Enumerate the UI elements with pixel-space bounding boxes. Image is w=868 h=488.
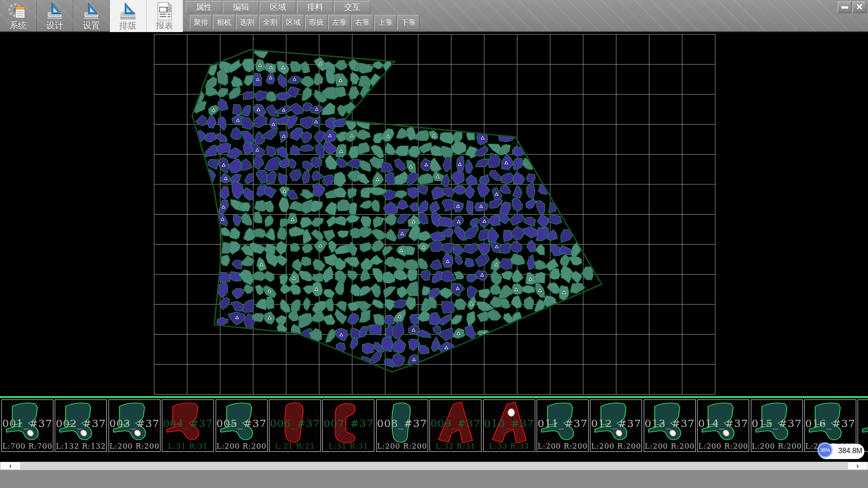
tool-button-4[interactable]: 全割 xyxy=(259,15,281,30)
progress-memory-badge[interactable]: 38% 384.8M xyxy=(818,444,864,459)
tool-button-row: 聚排相机选割全割区域瑕疵左靠右靠上靠下靠 xyxy=(190,15,420,30)
piece-tile-8[interactable]: 008_#37 L:200 R:200 xyxy=(376,399,428,452)
memory-usage: 384.8M xyxy=(838,447,862,455)
module-label: 报表 xyxy=(156,21,173,30)
piece-tile-9[interactable]: 009_#37 L:32 R:31 xyxy=(429,399,481,452)
piece-tile-10[interactable]: 010_#37 L:33 R:33 xyxy=(483,399,535,452)
piece-shape xyxy=(430,400,481,451)
menu-tab-5[interactable]: 交互 xyxy=(334,1,370,13)
tool-button-10[interactable]: 下靠 xyxy=(397,15,420,30)
module-label: 系统 xyxy=(9,21,27,30)
nesting-application-window: 系统 设计 设置 排版 xyxy=(0,0,868,488)
tool-button-9[interactable]: 上靠 xyxy=(374,15,396,30)
piece-tile-5[interactable]: 005_#37 L:200 R:200 xyxy=(216,399,268,452)
menu-tab-3[interactable]: 区域 xyxy=(260,1,296,13)
module-button-4[interactable]: 排版 xyxy=(110,0,146,32)
piece-tile-2[interactable]: 002_#37 L:132 R:132 xyxy=(55,399,107,452)
piece-tile-7[interactable]: 007_#37 L:31 R:31 xyxy=(322,399,374,452)
piece-tile-15[interactable]: 015_#37 L:200 R:200 xyxy=(751,399,803,452)
tool-button-3[interactable]: 选割 xyxy=(236,15,258,30)
menu-tab-row: 属性编辑区域排料交互 xyxy=(186,1,371,13)
menu-tab-2[interactable]: 编辑 xyxy=(223,1,259,13)
scroll-right-button[interactable]: › xyxy=(847,462,868,470)
piece-shape xyxy=(270,400,320,451)
module-button-5[interactable]: 报表 xyxy=(146,0,183,32)
horizontal-scrollbar[interactable]: ‹ › xyxy=(0,462,868,470)
module-label: 排版 xyxy=(119,21,137,30)
scroll-left-button[interactable]: ‹ xyxy=(0,462,21,470)
piece-shape xyxy=(377,400,427,451)
strip-highlight-line xyxy=(0,396,868,398)
set-square-icon xyxy=(81,1,102,21)
nest-layout-drawing xyxy=(0,32,868,396)
piece-tile-13[interactable]: 013_#37 L:200 R:200 xyxy=(644,399,696,452)
piece-tile-11[interactable]: 011_#37 L:200 R:200 xyxy=(537,399,589,452)
piece-tile-12[interactable]: 012_#37 L:200 R:200 xyxy=(590,399,642,452)
close-button[interactable]: × xyxy=(853,1,866,13)
module-button-1[interactable]: 系统 xyxy=(0,0,37,32)
tool-button-8[interactable]: 右靠 xyxy=(351,15,373,30)
piece-tile-3[interactable]: 003_#37 L:200 R:200 xyxy=(108,399,160,452)
tool-button-6[interactable]: 瑕疵 xyxy=(305,15,327,30)
piece-shape xyxy=(752,400,802,451)
module-label: 设置 xyxy=(83,21,100,30)
minimize-icon xyxy=(841,6,848,9)
piece-tile-6[interactable]: 006_#37 L:21 R:21 xyxy=(269,399,321,452)
nesting-canvas[interactable] xyxy=(0,32,868,396)
piece-tile-1[interactable]: 001_#37 L:700 R:700 xyxy=(1,399,53,452)
piece-shape xyxy=(2,400,52,451)
tool-button-7[interactable]: 左靠 xyxy=(328,15,350,30)
progress-percent: 38% xyxy=(820,447,830,453)
piece-shape xyxy=(56,400,106,451)
minimize-button[interactable] xyxy=(838,1,851,13)
piece-shape xyxy=(109,400,160,451)
piece-shape xyxy=(163,400,213,451)
piece-tile-14[interactable]: 014_#37 L:200 R:200 xyxy=(697,399,749,452)
gear-notebook-icon xyxy=(8,1,28,21)
menu-tab-1[interactable]: 属性 xyxy=(186,1,222,13)
module-label: 设计 xyxy=(46,21,63,30)
piece-shape xyxy=(538,400,588,451)
piece-tile-4[interactable]: 004_#37 L:31 R:31 xyxy=(162,399,214,452)
piece-shape xyxy=(859,400,868,451)
piece-shape xyxy=(484,400,534,451)
set-square-icon xyxy=(44,1,65,21)
piece-shape xyxy=(591,400,641,451)
piece-shape xyxy=(645,400,695,451)
tool-button-2[interactable]: 相机 xyxy=(213,15,235,30)
module-button-2[interactable]: 设计 xyxy=(37,0,73,32)
chevron-left-icon: ‹ xyxy=(9,462,11,470)
piece-shape xyxy=(323,400,373,451)
progress-circle: 38% xyxy=(817,442,833,458)
piece-shape xyxy=(217,400,267,451)
report-document-icon xyxy=(154,1,175,21)
set-square-icon xyxy=(118,1,138,21)
tool-button-5[interactable]: 区域 xyxy=(282,15,304,30)
tool-button-1[interactable]: 聚排 xyxy=(190,15,212,30)
window-controls: × xyxy=(838,1,866,13)
pieces-thumbnail-strip: 001_#37 L:700 R:700 002_#37 L:132 R:132 … xyxy=(0,396,868,462)
menu-tab-4[interactable]: 排料 xyxy=(297,1,333,13)
status-band xyxy=(0,470,868,488)
piece-shape xyxy=(698,400,748,451)
close-icon: × xyxy=(856,2,863,11)
module-button-3[interactable]: 设置 xyxy=(73,0,110,32)
toolbar: 系统 设计 设置 排版 xyxy=(0,0,868,32)
chevron-right-icon: › xyxy=(856,462,859,470)
